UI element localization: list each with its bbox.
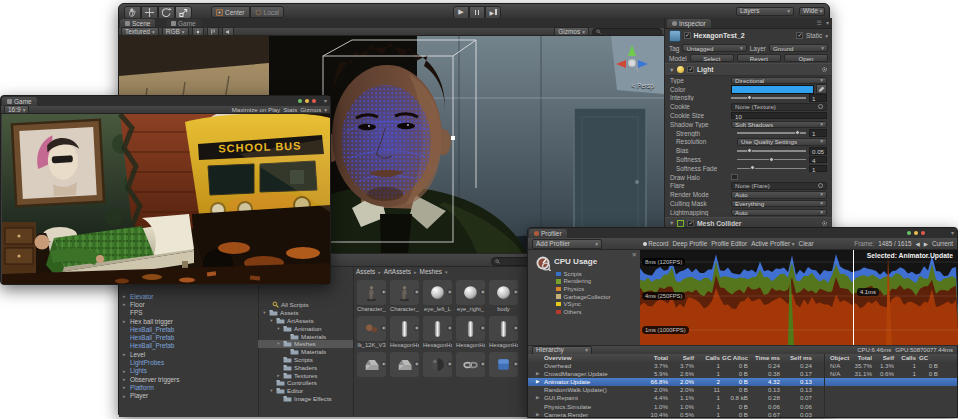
folder-meshes[interactable]: ▾Meshes bbox=[258, 340, 353, 348]
foldout-icon[interactable]: ▸ bbox=[123, 301, 128, 307]
slider-knob[interactable] bbox=[769, 157, 774, 162]
lighting-toggle[interactable] bbox=[192, 27, 204, 36]
property-control[interactable] bbox=[731, 84, 827, 94]
gizmos-dropdown[interactable]: Gizmos▾ bbox=[554, 27, 589, 36]
property-control[interactable]: Auto▾ bbox=[731, 191, 827, 199]
asset-tile-hexagonha[interactable]: ▸HexagonHa bbox=[489, 316, 518, 348]
property-control[interactable]: Use Quality Settings▾ bbox=[737, 138, 827, 146]
folder-shaders[interactable]: Shaders bbox=[258, 363, 353, 371]
hand-tool-button[interactable] bbox=[124, 6, 141, 19]
pivot-center-button[interactable]: Center bbox=[211, 6, 250, 18]
slider-knob[interactable] bbox=[795, 130, 800, 135]
legend-item-scripts[interactable]: Scripts bbox=[556, 270, 611, 278]
slider-control[interactable]: 0.05 bbox=[737, 147, 827, 155]
folder-textures[interactable]: ▸Textures bbox=[258, 371, 353, 379]
foldout-icon[interactable]: ▶ bbox=[536, 378, 540, 386]
legend-item-rendering[interactable]: Rendering bbox=[556, 278, 611, 286]
slider-value-field[interactable]: 4 bbox=[809, 156, 827, 164]
profiler-row-gui-repaint[interactable]: ▶GUI.Repaint4.4%1.1%10.8 kB0.280.07 bbox=[528, 394, 957, 402]
property-control[interactable]: 1 bbox=[737, 129, 827, 137]
column-header-time-ms[interactable]: Time ms bbox=[755, 354, 780, 362]
property-control[interactable]: None (Texture) bbox=[731, 103, 827, 111]
asset-expand-badge[interactable]: ▸ bbox=[381, 325, 387, 331]
slider-track[interactable] bbox=[731, 97, 806, 99]
slider-control[interactable]: 4 bbox=[737, 156, 827, 164]
foldout-icon[interactable]: ▼ bbox=[669, 220, 674, 226]
asset-tile-eye-right-[interactable]: ▸eye_right_ bbox=[456, 280, 485, 312]
component-enabled-checkbox[interactable]: ✓ bbox=[687, 220, 694, 227]
component-header-light[interactable]: ▼✓Light bbox=[665, 63, 832, 76]
tag-dropdown[interactable]: Untagged▾ bbox=[682, 44, 746, 52]
asset-tile-hexagonhalf[interactable]: ▸HexagonHalf bbox=[423, 316, 452, 348]
slider-knob[interactable] bbox=[747, 95, 752, 100]
foldout-icon[interactable]: ▸ bbox=[123, 351, 128, 357]
static-checkbox[interactable]: ✓ bbox=[796, 32, 803, 39]
asset-expand-badge[interactable]: ▸ bbox=[447, 361, 453, 367]
panel-dropdown-icon[interactable]: ▾ bbox=[826, 19, 829, 27]
tab-inspector[interactable]: Inspector bbox=[667, 19, 711, 28]
foldout-icon[interactable]: ▸ bbox=[123, 384, 128, 390]
next-frame-button[interactable]: ▶ bbox=[924, 241, 928, 247]
property-control[interactable]: Everything▾ bbox=[731, 200, 827, 208]
asset-expand-badge[interactable]: ▸ bbox=[480, 325, 486, 331]
folder-assets[interactable]: ▾Assets bbox=[258, 309, 353, 317]
property-control[interactable]: 1 bbox=[731, 94, 827, 102]
folder-materials[interactable]: Materials bbox=[258, 348, 353, 356]
minimize-light[interactable] bbox=[298, 99, 303, 104]
foldout-icon[interactable]: ▾ bbox=[262, 310, 267, 315]
model-open-button[interactable]: Open bbox=[784, 54, 828, 62]
asset-expand-badge[interactable]: ▸ bbox=[414, 325, 420, 331]
hierarchy-item-platform[interactable]: ▸Platform bbox=[119, 383, 258, 391]
property-checkbox[interactable] bbox=[731, 174, 738, 181]
folder-materials[interactable]: Materials bbox=[258, 332, 353, 340]
slider-track[interactable] bbox=[737, 132, 806, 134]
asset-tile-hexagonhalf[interactable]: ▸HexagonHalf bbox=[456, 316, 485, 348]
game-viewport[interactable]: SCHOOL BUS bbox=[2, 114, 330, 284]
property-control[interactable]: 1 bbox=[737, 165, 827, 173]
panel-menu-icon[interactable]: ☰ bbox=[817, 19, 822, 27]
profiler-row-crowdmanager-update[interactable]: ▶CrowdManager.Update5.9%2.6%10 B0.380.17… bbox=[528, 370, 957, 378]
asset-expand-badge[interactable]: ▸ bbox=[513, 289, 519, 295]
hierarchy-item-lightprobes[interactable]: LightProbes bbox=[119, 358, 258, 366]
perspective-label[interactable]: < Persp bbox=[631, 82, 654, 89]
hierarchy-item-hexball-prefab[interactable]: HexBall_Prefab bbox=[119, 333, 258, 341]
breadcrumb-item[interactable]: Assets bbox=[356, 268, 375, 275]
profiler-row-randomwalk-update-[interactable]: RandomWalk.Update()2.0%2.0%110 B0.130.13 bbox=[528, 386, 957, 394]
step-button[interactable]: ▶ bbox=[485, 6, 501, 19]
layer-dropdown[interactable]: Ground▾ bbox=[769, 44, 828, 52]
zoom-light[interactable] bbox=[914, 231, 919, 236]
asset-expand-badge[interactable]: ▸ bbox=[447, 289, 453, 295]
property-control[interactable]: 4 bbox=[737, 156, 827, 164]
property-dropdown[interactable]: Everything▾ bbox=[731, 200, 827, 208]
close-light[interactable] bbox=[921, 231, 926, 236]
aspect-dropdown[interactable]: 16:9▾ bbox=[4, 105, 29, 114]
folder-animation[interactable]: ▾Animation bbox=[258, 324, 353, 332]
asset-tile[interactable]: ▸ bbox=[489, 352, 518, 378]
folder-scripts[interactable]: Scripts bbox=[258, 356, 353, 364]
model-select-button[interactable]: Select bbox=[690, 54, 734, 62]
object-picker-icon[interactable] bbox=[818, 104, 823, 109]
folder-artassets[interactable]: ▾ArtAssets bbox=[258, 317, 353, 325]
hierarchy-item-observer-triggers[interactable]: ▸Observer triggers bbox=[119, 375, 258, 383]
panel-dropdown-icon[interactable]: ▾ bbox=[951, 229, 954, 237]
prev-frame-button[interactable]: ◀ bbox=[916, 241, 920, 247]
folder-image-effects[interactable]: Image Effects bbox=[258, 395, 353, 403]
profiler-row-overhead[interactable]: Overhead3.7%3.7%10 B0.240.24N/A35.7%1.3%… bbox=[528, 362, 957, 370]
asset-expand-badge[interactable]: ▸ bbox=[480, 289, 486, 295]
column-header-right-total[interactable]: Total bbox=[858, 354, 872, 362]
color-picker-button[interactable] bbox=[816, 84, 827, 94]
asset-expand-badge[interactable]: ▸ bbox=[381, 289, 387, 295]
tab-profiler[interactable]: Profiler bbox=[529, 229, 567, 238]
asset-expand-badge[interactable]: ▸ bbox=[480, 361, 486, 367]
cpu-graph-area[interactable]: 8ms (120FPS)4ms (250FPS)1ms (1000FPS) 4.… bbox=[640, 250, 957, 345]
foldout-icon[interactable]: ▾ bbox=[276, 341, 281, 346]
active-checkbox[interactable]: ✓ bbox=[684, 32, 691, 39]
zoom-light[interactable] bbox=[305, 99, 310, 104]
slider-control[interactable]: 1 bbox=[737, 165, 827, 173]
model-revert-button[interactable]: Revert bbox=[737, 54, 781, 62]
foldout-icon[interactable]: ▶ bbox=[536, 370, 540, 378]
slider-value-field[interactable]: 1 bbox=[809, 129, 827, 137]
pivot-local-button[interactable]: Local bbox=[250, 6, 285, 18]
property-control[interactable]: Soft Shadows▾ bbox=[731, 121, 827, 129]
close-icon[interactable]: ✕ bbox=[632, 251, 637, 259]
